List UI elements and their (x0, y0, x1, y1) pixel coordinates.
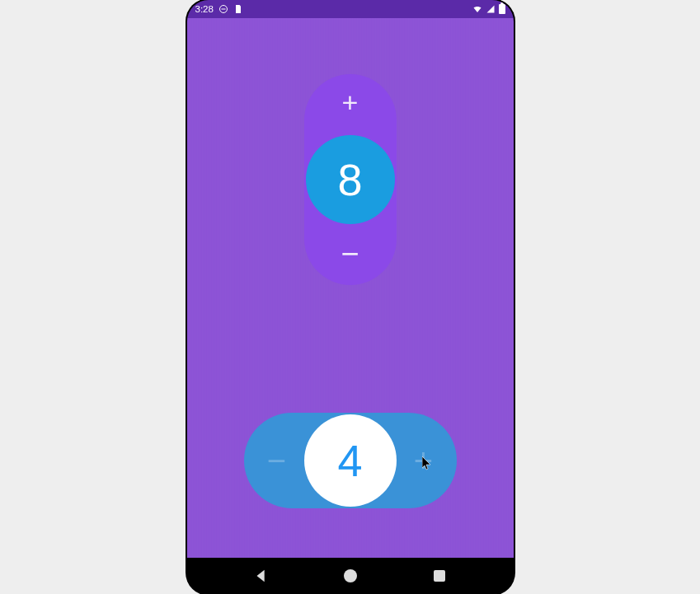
increment-button[interactable]: + (406, 428, 442, 493)
phone-frame: 3:28 + (187, 0, 514, 594)
nav-recents-button[interactable] (430, 567, 449, 585)
android-nav-bar (187, 558, 514, 594)
horizontal-stepper: − 4 + (244, 413, 457, 508)
cell-signal-icon (486, 4, 496, 14)
horizontal-stepper-knob[interactable]: 4 (304, 414, 397, 507)
wifi-icon (472, 4, 482, 14)
sd-card-icon (233, 4, 243, 14)
battery-icon (499, 4, 505, 14)
svg-rect-1 (221, 9, 225, 10)
increment-button[interactable]: + (317, 86, 383, 119)
plus-icon: + (414, 442, 433, 479)
horizontal-stepper-value: 4 (337, 435, 362, 486)
decrement-button[interactable]: − (259, 428, 295, 493)
nav-back-button[interactable] (252, 567, 270, 585)
do-not-disturb-icon (218, 4, 228, 14)
circle-icon (344, 569, 357, 582)
decrement-button[interactable]: − (317, 237, 383, 270)
minus-icon: − (267, 442, 286, 479)
minus-icon: − (341, 236, 359, 272)
status-bar: 3:28 (187, 0, 514, 18)
nav-home-button[interactable] (341, 567, 359, 585)
status-bar-right (472, 4, 505, 14)
app-screen: + 8 − − 4 + (187, 18, 514, 558)
square-icon (434, 570, 445, 582)
status-time: 3:28 (195, 4, 214, 14)
vertical-stepper-value: 8 (337, 154, 362, 205)
vertical-stepper: + 8 − (304, 74, 397, 285)
vertical-stepper-knob[interactable]: 8 (306, 135, 395, 224)
stage: 3:28 + (0, 0, 700, 594)
plus-icon: + (342, 87, 359, 119)
status-bar-left: 3:28 (195, 4, 243, 14)
